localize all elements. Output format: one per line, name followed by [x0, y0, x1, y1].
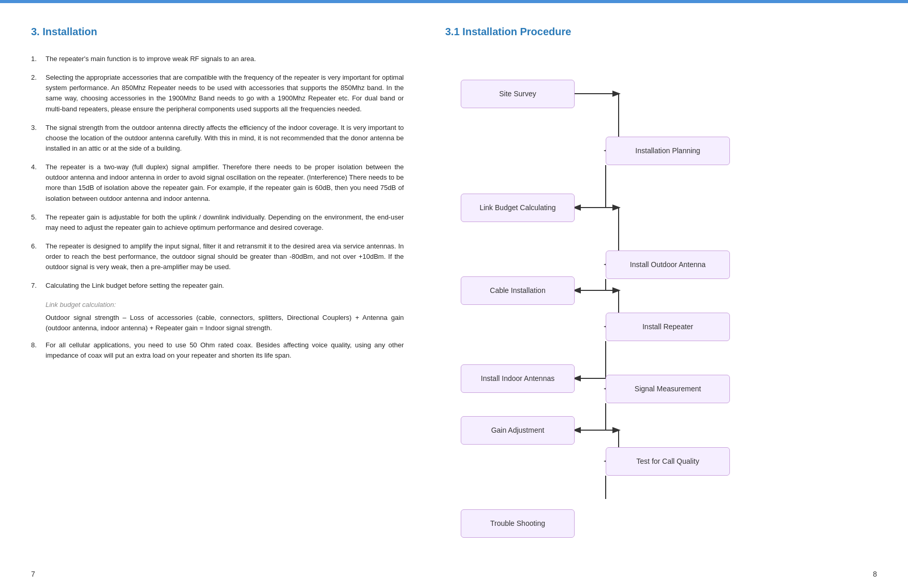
node-test-call-quality: Test for Call Quality	[606, 447, 730, 476]
list-item-2: 2. Selecting the appropriate accessories…	[31, 72, 404, 114]
item-num-8: 8.	[31, 340, 46, 361]
node-install-indoor-antennas: Install Indoor Antennas	[461, 364, 575, 393]
node-installation-planning: Installation Planning	[606, 137, 730, 165]
item-num-2: 2.	[31, 72, 46, 83]
list-item-5: 5. The repeater gain is adjustable for b…	[31, 212, 404, 233]
item-num-4: 4.	[31, 162, 46, 172]
page-number-right: 8	[873, 569, 877, 580]
node-label-site-survey: Site Survey	[499, 89, 536, 99]
list-item-6: 6. The repeater is designed to amplify t…	[31, 241, 404, 272]
node-link-budget: Link Budget Calculating	[461, 194, 575, 222]
item-num-7: 7.	[31, 281, 46, 291]
node-label-install-indoor-antennas: Install Indoor Antennas	[481, 373, 554, 384]
page-number-left: 7	[31, 569, 35, 580]
node-gain-adjustment: Gain Adjustment	[461, 416, 575, 445]
page-footer: 7 8	[0, 564, 908, 588]
node-label-signal-measurement: Signal Measurement	[635, 384, 701, 394]
node-cable-installation: Cable Installation	[461, 276, 575, 305]
list-item-8: 8. For all cellular applications, you ne…	[31, 340, 404, 361]
list-item-3: 3. The signal strength from the outdoor …	[31, 123, 404, 154]
item-text-8: For all cellular applications, you need …	[46, 340, 404, 361]
item-text-2: Selecting the appropriate accessories th…	[46, 72, 404, 114]
node-label-link-budget: Link Budget Calculating	[479, 202, 555, 213]
item-text-3: The signal strength from the outdoor ant…	[46, 123, 404, 154]
node-label-install-repeater: Install Repeater	[642, 321, 693, 332]
item-text-5: The repeater gain is adjustable for both…	[46, 212, 404, 233]
node-signal-measurement: Signal Measurement	[606, 375, 730, 403]
node-install-outdoor-antenna: Install Outdoor Antenna	[606, 251, 730, 279]
node-label-install-outdoor-antenna: Install Outdoor Antenna	[630, 259, 706, 270]
page: 3. Installation 1. The repeater's main f…	[0, 0, 908, 588]
numbered-list: 1. The repeater's main function is to im…	[31, 54, 404, 291]
content: 3. Installation 1. The repeater's main f…	[0, 3, 908, 564]
flowchart: Site Survey Link Budget Calculating Cabl…	[445, 54, 877, 499]
link-budget-heading: Link budget calculation:	[46, 300, 404, 310]
item-text-4: The repeater is a two-way (full duplex) …	[46, 162, 404, 204]
item-num-6: 6.	[31, 241, 46, 252]
node-label-trouble-shooting: Trouble Shooting	[490, 518, 545, 529]
node-install-repeater: Install Repeater	[606, 313, 730, 341]
node-site-survey: Site Survey	[461, 80, 575, 108]
item-num-3: 3.	[31, 123, 46, 133]
item-text-7: Calculating the Link budget before setti…	[46, 281, 404, 291]
node-label-gain-adjustment: Gain Adjustment	[491, 425, 545, 436]
node-label-test-call-quality: Test for Call Quality	[636, 456, 699, 467]
item-text-6: The repeater is designed to amplify the …	[46, 241, 404, 272]
item-num-1: 1.	[31, 54, 46, 64]
node-trouble-shooting: Trouble Shooting	[461, 509, 575, 538]
section-title-left: 3. Installation	[31, 24, 404, 39]
node-label-installation-planning: Installation Planning	[635, 145, 700, 156]
right-column: 3.1 Installation Procedure	[435, 24, 877, 543]
list-item-1: 1. The repeater's main function is to im…	[31, 54, 404, 64]
item-num-5: 5.	[31, 212, 46, 223]
list-item-7: 7. Calculating the Link budget before se…	[31, 281, 404, 291]
list-item-4: 4. The repeater is a two-way (full duple…	[31, 162, 404, 204]
link-budget-text: Outdoor signal strength – Loss of access…	[46, 313, 404, 333]
item-text-1: The repeater's main function is to impro…	[46, 54, 404, 64]
section-title-right: 3.1 Installation Procedure	[445, 24, 877, 39]
left-column: 3. Installation 1. The repeater's main f…	[31, 24, 435, 543]
node-label-cable-installation: Cable Installation	[490, 285, 545, 296]
